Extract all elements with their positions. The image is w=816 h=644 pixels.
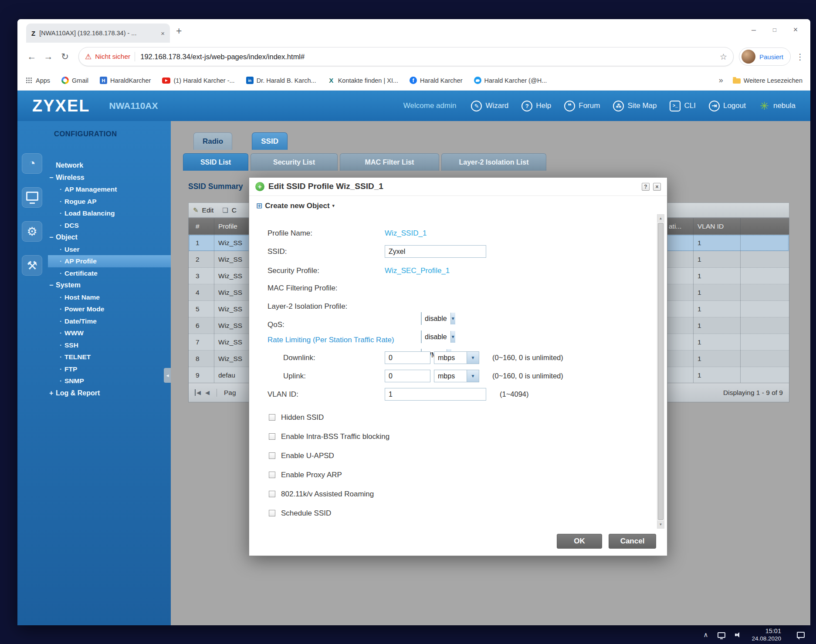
nav-item[interactable]: Network: [48, 159, 171, 172]
scroll-down-icon[interactable]: [657, 521, 664, 528]
nav-item[interactable]: − System: [48, 279, 171, 291]
vlan-id-input[interactable]: [385, 388, 486, 401]
not-secure-icon[interactable]: [85, 52, 91, 61]
dialog-help-button[interactable]: ?: [642, 183, 650, 191]
nav-item[interactable]: − Object: [48, 231, 171, 243]
prev-page-button[interactable]: [205, 389, 210, 396]
nav-item[interactable]: SSH: [48, 339, 171, 351]
uplink-input[interactable]: [385, 370, 430, 382]
menu-item-wizard[interactable]: Wizard: [471, 101, 508, 111]
menu-item-sitemap[interactable]: Site Map: [613, 101, 657, 111]
nav-item[interactable]: FTP: [48, 363, 171, 375]
scrollbar-thumb[interactable]: [658, 223, 664, 520]
bookmark-item[interactable]: (1) Harald Karcher -...: [162, 77, 234, 84]
bookmark-item[interactable]: Harald Karcher: [410, 77, 463, 84]
bookmark-item[interactable]: Gmail: [61, 77, 88, 84]
security-profile-link[interactable]: Wiz_SEC_Profile_1: [385, 266, 450, 275]
checkbox-row[interactable]: Hidden SSID: [269, 411, 389, 424]
checkbox-row[interactable]: Enable Proxy ARP: [269, 469, 389, 481]
menu-item-cli[interactable]: CLI: [670, 101, 695, 111]
expand-toggle-icon[interactable]: −: [49, 172, 55, 184]
nav-item[interactable]: Rogue AP: [48, 196, 171, 208]
network-icon[interactable]: [718, 632, 725, 638]
create-new-object-button[interactable]: Create new Object: [256, 201, 335, 210]
ssid-input[interactable]: [385, 245, 486, 258]
checkbox[interactable]: [269, 452, 275, 459]
nav-item[interactable]: User: [48, 243, 171, 256]
nav-item[interactable]: AP Profile: [48, 255, 171, 267]
main-tab[interactable]: SSID: [252, 132, 288, 150]
back-button[interactable]: [24, 48, 40, 65]
column-header-number[interactable]: #: [196, 218, 200, 235]
browser-menu-button[interactable]: [796, 52, 804, 62]
sidebar-collapse-button[interactable]: [164, 368, 171, 383]
nav-item[interactable]: TELNET: [48, 351, 171, 363]
sub-tab[interactable]: Layer-2 Isolation List: [441, 153, 546, 171]
sub-tab[interactable]: MAC Filter List: [340, 153, 439, 171]
menu-item-help[interactable]: Help: [521, 101, 551, 111]
window-maximize-button[interactable]: [764, 21, 785, 38]
layer2-isolation-select[interactable]: disable: [421, 330, 422, 343]
sub-tab[interactable]: Security List: [251, 153, 338, 171]
bookmark-item[interactable]: Dr. Harald B. Karch...: [246, 77, 316, 84]
other-bookmarks-button[interactable]: Weitere Lesezeichen: [733, 77, 802, 84]
menu-item-forum[interactable]: Forum: [564, 101, 600, 111]
checkbox[interactable]: [269, 414, 275, 421]
downlink-input[interactable]: [385, 351, 430, 364]
menu-item-nebula[interactable]: nebula: [759, 101, 796, 111]
bookmark-item[interactable]: Apps: [25, 77, 50, 84]
action-center-icon[interactable]: [797, 632, 805, 638]
checkbox-row[interactable]: Enable U-APSD: [269, 449, 389, 462]
not-secure-label[interactable]: Nicht sicher: [95, 53, 130, 61]
ok-button[interactable]: OK: [557, 534, 602, 549]
rail-dashboard-button[interactable]: [22, 153, 42, 174]
taskbar-clock[interactable]: 15:01 24.08.2020: [752, 627, 781, 642]
dropdown-arrow-icon[interactable]: [467, 370, 479, 382]
dropdown-arrow-icon[interactable]: [450, 313, 455, 324]
reload-button[interactable]: [57, 48, 73, 65]
window-minimize-button[interactable]: [743, 21, 764, 38]
nav-item[interactable]: WWW: [48, 327, 171, 339]
nav-item[interactable]: Certificate: [48, 267, 171, 280]
new-tab-button[interactable]: [176, 25, 182, 37]
checkbox[interactable]: [269, 433, 275, 440]
column-header-clipped[interactable]: ati...: [669, 218, 681, 235]
dropdown-arrow-icon[interactable]: [450, 331, 455, 343]
volume-icon[interactable]: [735, 632, 742, 638]
checkbox-row[interactable]: Enable Intra-BSS Traffic blocking: [269, 430, 389, 443]
nav-item[interactable]: Date/Time: [48, 315, 171, 327]
main-tab[interactable]: Radio: [193, 132, 232, 150]
browser-tab[interactable]: Z [NWA110AX] (192.168.178.34) - ...: [26, 24, 170, 43]
column-header-vlan[interactable]: VLAN ID: [697, 218, 724, 235]
tray-expand-icon[interactable]: [703, 631, 708, 639]
profile-name-link[interactable]: Wiz_SSID_1: [385, 229, 427, 238]
column-header-profile[interactable]: Profile: [218, 218, 237, 235]
nav-item[interactable]: Host Name: [48, 291, 171, 303]
expand-toggle-icon[interactable]: −: [49, 231, 55, 243]
checkbox-row[interactable]: Schedule SSID: [269, 507, 389, 519]
checkbox[interactable]: [269, 491, 275, 497]
menu-item-logout[interactable]: Logout: [709, 101, 746, 111]
bookmark-item[interactable]: Harald Karcher (@H...: [474, 77, 547, 84]
cancel-button[interactable]: Cancel: [609, 534, 656, 549]
nav-item[interactable]: AP Management: [48, 183, 171, 196]
checkbox[interactable]: [269, 510, 275, 516]
expand-toggle-icon[interactable]: −: [49, 279, 55, 291]
checkbox-row[interactable]: 802.11k/v Assisted Roaming: [269, 488, 389, 500]
checkbox[interactable]: [269, 472, 275, 478]
rail-maintenance-button[interactable]: [22, 255, 42, 276]
address-bar[interactable]: Nicht sicher 192.168.178.34/ext-js/web-p…: [78, 47, 734, 66]
sub-tab[interactable]: SSID List: [183, 153, 248, 171]
rail-monitor-button[interactable]: [22, 187, 42, 208]
first-page-button[interactable]: [195, 389, 201, 396]
tab-close-icon[interactable]: [161, 30, 165, 37]
nav-item[interactable]: DCS: [48, 219, 171, 232]
nav-item[interactable]: Power Mode: [48, 303, 171, 315]
nav-item[interactable]: − Wireless: [48, 172, 171, 184]
edit-button[interactable]: Edit: [202, 206, 214, 214]
bookmarks-overflow-button[interactable]: »: [719, 76, 723, 85]
clipped-toolbar-button[interactable]: C: [232, 206, 237, 214]
dialog-scrollbar[interactable]: [657, 214, 664, 529]
forward-button[interactable]: [40, 48, 57, 65]
uplink-unit-select[interactable]: mbps: [434, 370, 479, 382]
